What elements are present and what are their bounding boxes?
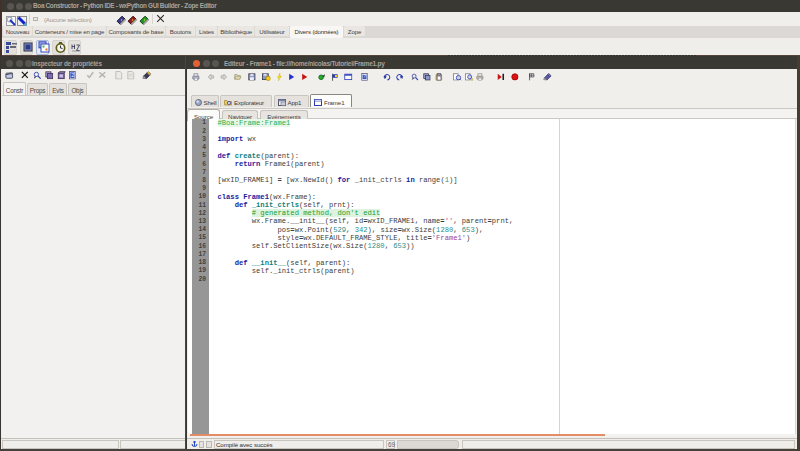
svg-text:?: ? <box>363 75 366 80</box>
svg-text:2: 2 <box>71 72 74 78</box>
